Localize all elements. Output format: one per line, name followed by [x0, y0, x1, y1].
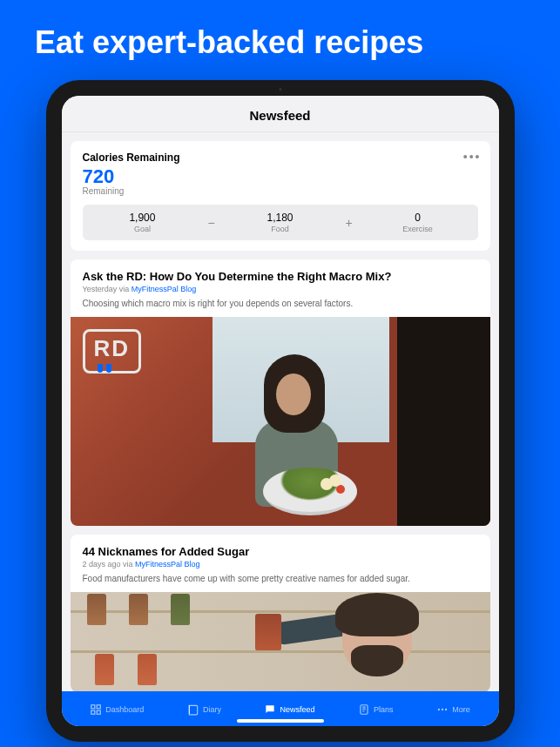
more-icon	[436, 703, 449, 716]
food-cell[interactable]: 1,180 Food	[220, 212, 341, 233]
article-card[interactable]: Ask the RD: How Do You Determine the Rig…	[71, 259, 490, 526]
diary-icon	[187, 703, 199, 716]
plans-icon	[358, 703, 370, 716]
article-time: Yesterday via	[83, 285, 132, 293]
svg-point-6	[442, 709, 443, 710]
tab-label: Dashboard	[105, 705, 144, 714]
plus-sep: +	[340, 212, 357, 233]
tab-label: More	[452, 705, 470, 714]
tab-label: Newsfeed	[280, 705, 314, 714]
article-title: 44 Nicknames for Added Sugar	[83, 545, 478, 558]
calories-label: Calories Remaining	[83, 151, 478, 164]
svg-point-7	[445, 709, 447, 710]
article-head: Ask the RD: How Do You Determine the Rig…	[71, 259, 490, 317]
calories-sublabel: Remaining	[83, 186, 478, 196]
article-image: RD	[71, 317, 490, 526]
dashboard-icon	[90, 703, 102, 716]
article-meta: 2 days ago via MyFitnessPal Blog	[83, 560, 478, 569]
food-value: 1,180	[220, 212, 341, 224]
svg-rect-2	[91, 710, 95, 714]
tab-dashboard[interactable]: Dashboard	[84, 700, 149, 719]
exercise-value: 0	[358, 212, 478, 224]
tab-label: Diary	[203, 705, 221, 714]
svg-rect-0	[91, 705, 95, 709]
tablet-frame: Newsfeed ••• Calories Remaining 720 Rema…	[46, 80, 515, 742]
calories-value: 720	[83, 165, 478, 188]
svg-rect-1	[97, 705, 100, 709]
rd-badge: RD	[83, 329, 142, 374]
goal-cell[interactable]: 1,900 Goal	[83, 212, 203, 233]
food-label: Food	[220, 225, 341, 233]
article-title: Ask the RD: How Do You Determine the Rig…	[83, 270, 478, 283]
newsfeed-icon	[264, 703, 276, 716]
tab-label: Plans	[374, 705, 394, 714]
goal-label: Goal	[83, 225, 203, 233]
tab-plans[interactable]: Plans	[353, 700, 399, 719]
article-time: 2 days ago via	[83, 560, 136, 569]
svg-point-5	[438, 709, 440, 710]
exercise-label: Exercise	[358, 225, 478, 233]
article-image	[71, 592, 490, 691]
tab-newsfeed[interactable]: Newsfeed	[259, 700, 320, 719]
article-excerpt: Food manufacturers have come up with som…	[83, 574, 478, 583]
tab-diary[interactable]: Diary	[182, 700, 226, 719]
svg-rect-3	[97, 710, 100, 714]
calories-breakdown: 1,900 Goal − 1,180 Food + 0 Exercise	[83, 205, 478, 240]
article-head: 44 Nicknames for Added Sugar 2 days ago …	[71, 535, 490, 592]
article-meta: Yesterday via MyFitnessPal Blog	[83, 285, 478, 293]
exercise-cell[interactable]: 0 Exercise	[358, 212, 478, 233]
article-card[interactable]: 44 Nicknames for Added Sugar 2 days ago …	[71, 535, 490, 691]
article-source[interactable]: MyFitnessPal Blog	[135, 560, 200, 569]
calories-card: ••• Calories Remaining 720 Remaining 1,9…	[71, 141, 490, 251]
page-title: Newsfeed	[62, 108, 499, 123]
minus-sep: −	[202, 212, 219, 233]
article-excerpt: Choosing which macro mix is right for yo…	[83, 299, 478, 308]
screen: Newsfeed ••• Calories Remaining 720 Rema…	[62, 96, 499, 726]
tab-bar: Dashboard Diary Newsfeed Plans	[62, 691, 499, 726]
hero-title: Eat expert-backed recipes	[0, 0, 560, 61]
more-icon[interactable]: •••	[463, 150, 482, 164]
tab-more[interactable]: More	[431, 700, 476, 719]
header: Newsfeed	[62, 96, 499, 132]
content-scroll[interactable]: ••• Calories Remaining 720 Remaining 1,9…	[62, 132, 499, 691]
goal-value: 1,900	[83, 212, 203, 224]
article-source[interactable]: MyFitnessPal Blog	[132, 285, 197, 293]
